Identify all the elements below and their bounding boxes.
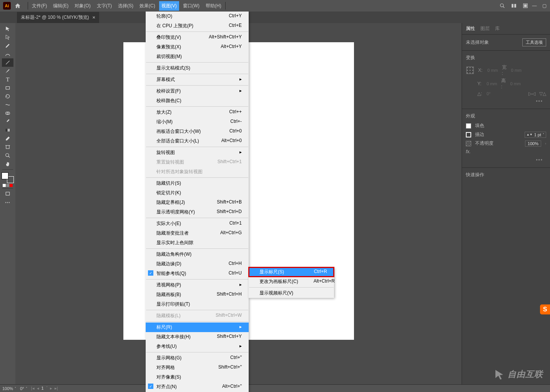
menu-item[interactable]: 对齐像素(S): [146, 372, 249, 382]
color-swatches[interactable]: [2, 172, 14, 183]
sogou-ime-icon[interactable]: S: [540, 304, 550, 314]
width-tool[interactable]: [2, 101, 13, 109]
menu-item[interactable]: 隐藏渐变批注者Alt+Ctrl+G: [146, 228, 249, 238]
rectangle-tool[interactable]: [2, 84, 13, 92]
menu-item[interactable]: 隐藏边缘(D)Ctrl+H: [146, 259, 249, 269]
menu-item[interactable]: 显示打印拼贴(T): [146, 299, 249, 309]
maximize-icon[interactable]: ▢: [542, 3, 547, 9]
submenu-item[interactable]: 更改为画板标尺(C)Alt+Ctrl+R: [249, 277, 334, 286]
tab-properties[interactable]: 属性: [466, 25, 475, 32]
menu-item[interactable]: 叠印预览(V)Alt+Shift+Ctrl+Y: [146, 33, 249, 42]
menu-item[interactable]: 缩小(M)Ctrl+-: [146, 117, 249, 127]
search-icon[interactable]: [499, 3, 505, 9]
brush-tool[interactable]: [2, 67, 13, 75]
menubar-item[interactable]: 窗口(W): [181, 1, 202, 11]
home-icon[interactable]: [14, 2, 22, 10]
tab-close-icon[interactable]: ✕: [92, 15, 95, 20]
menu-item[interactable]: 智能参考线(Q)Ctrl+U: [146, 269, 249, 278]
submenu-item[interactable]: 显示视频标尺(V): [249, 288, 334, 298]
menu-item[interactable]: 隐藏画板(B)Shift+Ctrl+H: [146, 290, 249, 299]
menu-item[interactable]: 屏幕模式▸: [146, 75, 249, 84]
hand-tool[interactable]: [2, 160, 13, 168]
menu-item[interactable]: 显示透明度网格(Y)Shift+Ctrl+D: [146, 207, 249, 217]
curvature-tool[interactable]: [2, 50, 13, 58]
document-tab[interactable]: 未标题-2* @ 100 % (CMYK/预览) ✕: [17, 12, 99, 23]
menu-item[interactable]: 隐藏切片(S): [146, 179, 249, 188]
menu-item[interactable]: 像素预览(X)Alt+Ctrl+Y: [146, 42, 249, 52]
zoom-tool[interactable]: [2, 151, 13, 160]
menu-item[interactable]: 显示网格(G)Ctrl+": [146, 353, 249, 363]
fx-label[interactable]: fx.: [466, 149, 471, 154]
fill-swatch[interactable]: [466, 123, 471, 129]
menu-item[interactable]: 旋转视图▸: [146, 148, 249, 157]
menubar-item[interactable]: 文字(T): [95, 1, 114, 11]
menubar-item[interactable]: 帮助(H): [203, 1, 224, 11]
menu-item[interactable]: 裁切视图(M): [146, 52, 249, 61]
rotation-value[interactable]: 0°: [20, 386, 24, 391]
eraser-tool[interactable]: [2, 134, 13, 143]
menu-item[interactable]: 透视网格(P)▸: [146, 280, 249, 290]
pen-tool[interactable]: [2, 41, 13, 50]
menu-item[interactable]: 校样颜色(C): [146, 96, 249, 106]
screen-mode-tool[interactable]: [2, 190, 13, 198]
eyedropper-tool[interactable]: [2, 117, 13, 126]
flip-v-icon[interactable]: ▽△: [539, 91, 546, 96]
tab-libraries[interactable]: 库: [495, 25, 500, 32]
width-value[interactable]: 0 mm: [511, 68, 522, 73]
menu-item[interactable]: 在 CPU 上预览(P)Ctrl+E: [146, 21, 249, 31]
menubar-item[interactable]: 选择(S): [116, 1, 136, 11]
minimize-icon[interactable]: —: [532, 3, 537, 9]
menubar-item[interactable]: 文件(F): [30, 1, 49, 11]
edit-toolbar[interactable]: •••: [2, 198, 13, 207]
zoom-dropdown-icon[interactable]: ˅: [15, 387, 16, 390]
direct-selection-tool[interactable]: [2, 33, 13, 41]
menu-item[interactable]: 隐藏定界框(J)Shift+Ctrl+B: [146, 198, 249, 207]
x-value[interactable]: 0 mm: [487, 68, 498, 73]
menu-item[interactable]: 画板适合窗口大小(W)Ctrl+0: [146, 127, 249, 136]
menu-item[interactable]: 全部适合窗口大小(L)Alt+Ctrl+0: [146, 136, 249, 146]
menubar-item[interactable]: 对象(O): [72, 1, 93, 11]
line-tool[interactable]: [2, 58, 13, 67]
shape-builder-tool[interactable]: [2, 109, 13, 117]
menu-item[interactable]: 轮廓(O)Ctrl+Y: [146, 12, 249, 21]
opacity-value[interactable]: 100%: [525, 141, 541, 147]
selection-tool[interactable]: [2, 25, 13, 33]
rotation-dropdown-icon[interactable]: ˅: [26, 387, 27, 390]
rotate-tool[interactable]: [2, 92, 13, 101]
angle-value[interactable]: 0°: [487, 91, 491, 96]
menu-item[interactable]: 放大(Z)Ctrl++: [146, 108, 249, 117]
menubar-item[interactable]: 视图(V): [159, 1, 179, 11]
stroke-weight-input[interactable]: ▲▼1 pt˅: [525, 132, 546, 138]
menubar-item[interactable]: 效果(C): [137, 1, 158, 11]
type-tool[interactable]: T: [2, 75, 13, 84]
reference-point-icon[interactable]: [466, 66, 474, 74]
height-value[interactable]: 0 mm: [510, 81, 521, 86]
menu-item[interactable]: 参考线(U)▸: [146, 342, 249, 351]
mini-swatches[interactable]: [3, 184, 13, 187]
y-value[interactable]: 0 mm: [487, 81, 497, 86]
menu-item[interactable]: 对齐网格Shift+Ctrl+": [146, 363, 249, 372]
tab-layers[interactable]: 图层: [480, 25, 490, 32]
gradient-tool[interactable]: [2, 126, 13, 134]
arrange-icon[interactable]: [511, 3, 517, 9]
zoom-value[interactable]: 100%: [2, 386, 13, 391]
menu-item[interactable]: 实际大小(E)Ctrl+1: [146, 219, 249, 228]
menu-item[interactable]: 显示实时上色间隙: [146, 238, 249, 248]
menu-item[interactable]: 标尺(R)▸: [146, 323, 249, 332]
menu-item[interactable]: 隐藏边角构件(W): [146, 250, 249, 259]
tool-options-button[interactable]: 工具选项: [522, 38, 546, 46]
menubar-item[interactable]: 编辑(E): [51, 1, 71, 11]
opacity-swatch[interactable]: [466, 141, 471, 146]
flip-h-icon[interactable]: ▷◁: [528, 91, 535, 96]
more-options-icon[interactable]: •••: [466, 157, 546, 164]
stroke-swatch[interactable]: [466, 132, 471, 137]
menu-item[interactable]: 隐藏文本串接(H)Shift+Ctrl+Y: [146, 332, 249, 342]
menu-item[interactable]: 锁定切片(K): [146, 188, 249, 198]
menu-item[interactable]: 显示文稿模式(S): [146, 63, 249, 73]
menu-item[interactable]: 对齐点(N)Alt+Ctrl+": [146, 382, 249, 392]
more-options-icon[interactable]: •••: [466, 98, 546, 105]
artboard-tool[interactable]: [2, 143, 13, 151]
workspace-icon[interactable]: [522, 3, 528, 9]
submenu-item[interactable]: 显示标尺(S)Ctrl+R: [249, 267, 334, 277]
menu-item[interactable]: 校样设置(F)▸: [146, 86, 249, 96]
